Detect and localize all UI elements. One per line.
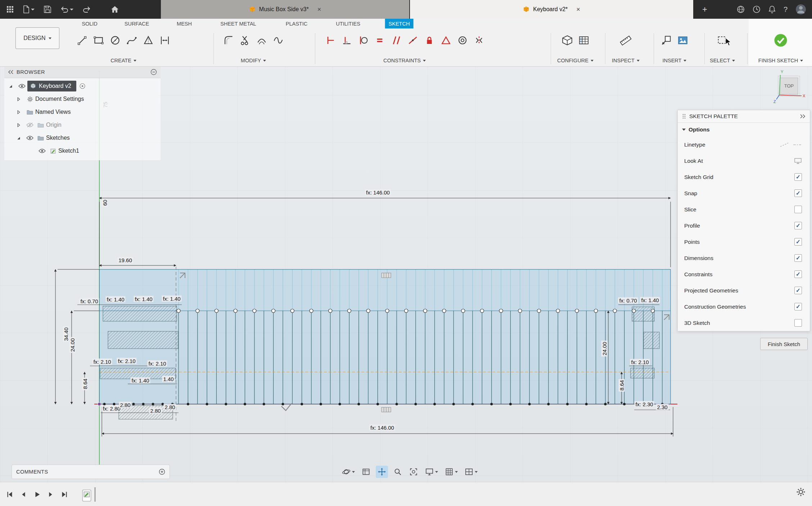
tab-sheet-metal[interactable]: SHEET METAL bbox=[217, 19, 260, 28]
checkbox-profile[interactable]: ✓ bbox=[794, 222, 802, 229]
browser-item-keyboard-v2[interactable]: Keyboard v2 bbox=[4, 80, 161, 93]
inspect-menu-button[interactable]: INSPECT bbox=[612, 58, 640, 65]
home-button[interactable] bbox=[111, 6, 119, 13]
collinear-constraint-button[interactable] bbox=[405, 31, 421, 50]
timeline-step-forward-button[interactable] bbox=[44, 488, 58, 501]
rectangle-tool-button[interactable] bbox=[90, 31, 107, 50]
app-grid-icon[interactable] bbox=[6, 6, 14, 13]
sketch-profile[interactable] bbox=[99, 269, 671, 404]
expand-panel-icon[interactable] bbox=[800, 114, 806, 118]
tab-mesh[interactable]: MESH bbox=[173, 19, 195, 28]
parallel-constraint-button[interactable] bbox=[388, 31, 404, 50]
help-icon[interactable]: ? bbox=[784, 5, 788, 14]
pan-button[interactable] bbox=[376, 466, 388, 478]
viewcube[interactable]: TOP Y X Z bbox=[768, 68, 812, 108]
finish-sketch-button[interactable] bbox=[772, 31, 789, 50]
palette-options-section[interactable]: Options bbox=[678, 123, 810, 136]
new-tab-button[interactable]: + bbox=[700, 4, 710, 14]
insert-menu-button[interactable]: INSERT bbox=[663, 58, 687, 65]
configuration-table-button[interactable] bbox=[576, 31, 592, 50]
checkbox-constraints[interactable]: ✓ bbox=[794, 270, 802, 278]
tab-surface[interactable]: SURFACE bbox=[121, 19, 153, 28]
tab-utilities[interactable]: UTILITIES bbox=[332, 19, 364, 28]
line-tool-button[interactable] bbox=[74, 31, 90, 50]
job-status-icon[interactable] bbox=[753, 5, 761, 13]
display-settings-button[interactable] bbox=[423, 466, 439, 478]
construction-linetype-icon[interactable] bbox=[780, 142, 789, 148]
insert-image-button[interactable] bbox=[675, 31, 691, 50]
equal-constraint-button[interactable] bbox=[372, 31, 388, 50]
checkbox-3d-sketch[interactable] bbox=[794, 319, 802, 327]
tab-plastic[interactable]: PLASTIC bbox=[282, 19, 311, 28]
timeline-playhead[interactable] bbox=[94, 487, 96, 502]
fix-lock-constraint-button[interactable] bbox=[421, 31, 437, 50]
expander-expanded-icon[interactable] bbox=[9, 84, 13, 88]
checkbox-points[interactable]: ✓ bbox=[794, 238, 802, 246]
insert-derive-button[interactable] bbox=[658, 31, 675, 50]
comments-bar[interactable]: COMMENTS bbox=[12, 465, 170, 479]
fillet-tool-button[interactable] bbox=[220, 31, 237, 50]
close-tab-icon[interactable]: × bbox=[317, 6, 321, 13]
viewcube-face-label[interactable]: TOP bbox=[784, 83, 794, 89]
constraints-menu-button[interactable]: CONSTRAINTS bbox=[383, 58, 426, 65]
checkbox-construction-geometries[interactable]: ✓ bbox=[794, 303, 802, 310]
symmetry-constraint-button[interactable] bbox=[471, 31, 487, 50]
timeline-skip-start-button[interactable] bbox=[3, 488, 17, 501]
checkbox-dimensions[interactable]: ✓ bbox=[794, 254, 802, 262]
visibility-eye-icon[interactable] bbox=[17, 84, 27, 89]
sketch-dimension-tool-button[interactable] bbox=[157, 31, 173, 50]
timeline-settings-gear-icon[interactable] bbox=[796, 487, 806, 497]
spline-tool-button[interactable] bbox=[123, 31, 140, 50]
select-tool-button[interactable] bbox=[714, 31, 731, 50]
close-tab-icon[interactable]: × bbox=[576, 6, 580, 13]
expander-collapsed-icon[interactable] bbox=[17, 123, 21, 127]
horizontal-vertical-constraint-button[interactable] bbox=[322, 31, 338, 50]
expander-collapsed-icon[interactable] bbox=[17, 97, 21, 101]
trim-tool-button[interactable] bbox=[237, 31, 253, 50]
create-menu-button[interactable]: CREATE bbox=[110, 58, 136, 65]
polygon-constraint-button[interactable] bbox=[438, 31, 454, 50]
document-tab-music-box-side[interactable]: Music Box Side v3* × bbox=[161, 0, 409, 19]
file-menu-button[interactable] bbox=[23, 5, 35, 13]
look-at-icon[interactable] bbox=[794, 158, 802, 164]
visibility-eye-icon[interactable] bbox=[24, 135, 35, 140]
browser-item-sketches[interactable]: Sketches bbox=[4, 131, 161, 144]
configure-menu-button[interactable]: CONFIGURE bbox=[557, 58, 594, 65]
checkbox-snap[interactable]: ✓ bbox=[794, 189, 802, 197]
activate-component-radio[interactable] bbox=[76, 83, 89, 89]
configuration-cube-button[interactable] bbox=[559, 31, 576, 50]
selected-component[interactable]: Keyboard v2 bbox=[27, 81, 76, 91]
collapse-panel-icon[interactable] bbox=[8, 70, 14, 74]
browser-item-document-settings[interactable]: Document Settings bbox=[4, 93, 161, 106]
perpendicular-constraint-button[interactable] bbox=[339, 31, 355, 50]
notifications-bell-icon[interactable] bbox=[768, 5, 776, 13]
orbit-button[interactable] bbox=[340, 466, 356, 478]
browser-item-origin[interactable]: Origin bbox=[4, 118, 161, 131]
extensions-icon[interactable] bbox=[737, 5, 745, 13]
timeline-play-button[interactable] bbox=[30, 488, 44, 501]
add-comment-icon[interactable] bbox=[159, 469, 165, 475]
collapse-all-icon[interactable] bbox=[150, 69, 157, 75]
polygon-tool-button[interactable] bbox=[140, 31, 157, 50]
tangent-constraint-button[interactable] bbox=[355, 31, 371, 50]
redo-button[interactable] bbox=[83, 6, 91, 13]
grid-snap-button[interactable] bbox=[443, 466, 459, 478]
fit-button[interactable] bbox=[407, 466, 420, 478]
centerline-linetype-icon[interactable] bbox=[793, 142, 802, 148]
select-menu-button[interactable]: SELECT bbox=[710, 58, 735, 65]
tab-sketch[interactable]: SKETCH bbox=[385, 19, 414, 28]
save-button[interactable] bbox=[44, 6, 51, 13]
checkbox-sketch-grid[interactable]: ✓ bbox=[794, 173, 802, 181]
concentric-constraint-button[interactable] bbox=[455, 31, 470, 50]
offset-tool-button[interactable] bbox=[253, 31, 270, 50]
timeline-sketch-feature[interactable] bbox=[82, 487, 96, 502]
timeline-skip-end-button[interactable] bbox=[58, 488, 71, 501]
visibility-eye-off-icon[interactable] bbox=[24, 122, 35, 127]
undo-button[interactable] bbox=[60, 6, 73, 13]
zoom-button[interactable] bbox=[392, 466, 404, 478]
checkbox-projected-geometries[interactable]: ✓ bbox=[794, 287, 802, 294]
timeline-sketch-icon[interactable] bbox=[82, 489, 91, 502]
checkbox-slice[interactable] bbox=[794, 206, 802, 213]
browser-item-sketch1[interactable]: Sketch1 bbox=[4, 144, 161, 157]
finish-sketch-palette-button[interactable]: Finish Sketch bbox=[760, 338, 808, 350]
